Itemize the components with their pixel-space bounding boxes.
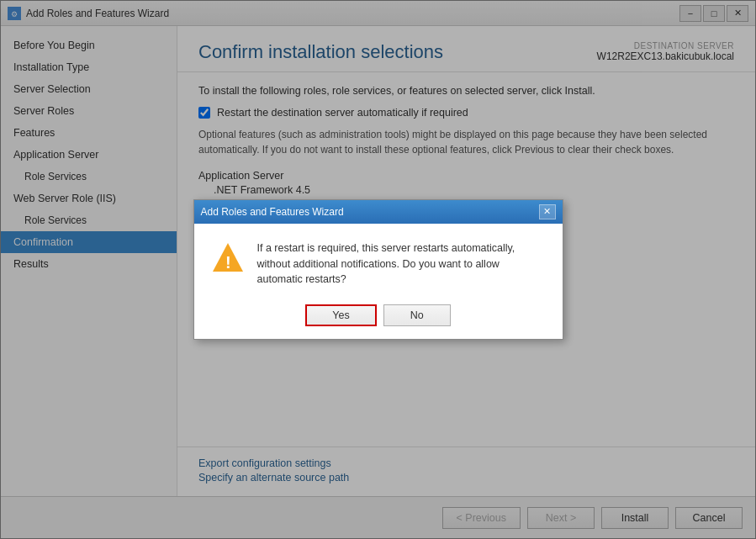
dialog-body: ! If a restart is required, this server … (194, 224, 563, 300)
dialog-yes-button[interactable]: Yes (305, 304, 376, 326)
dialog-no-button[interactable]: No (383, 304, 451, 326)
warning-icon: ! (211, 240, 245, 274)
dialog-title-bar: Add Roles and Features Wizard ✕ (194, 200, 563, 224)
dialog-message: If a restart is required, this server re… (257, 240, 546, 288)
svg-text:!: ! (225, 253, 231, 272)
dialog-close-button[interactable]: ✕ (539, 204, 556, 219)
dialog-buttons: Yes No (194, 300, 563, 339)
dialog: Add Roles and Features Wizard ✕ ! If a r… (193, 199, 563, 340)
dialog-overlay: Add Roles and Features Wizard ✕ ! If a r… (0, 0, 756, 539)
dialog-title: Add Roles and Features Wizard (201, 206, 344, 218)
